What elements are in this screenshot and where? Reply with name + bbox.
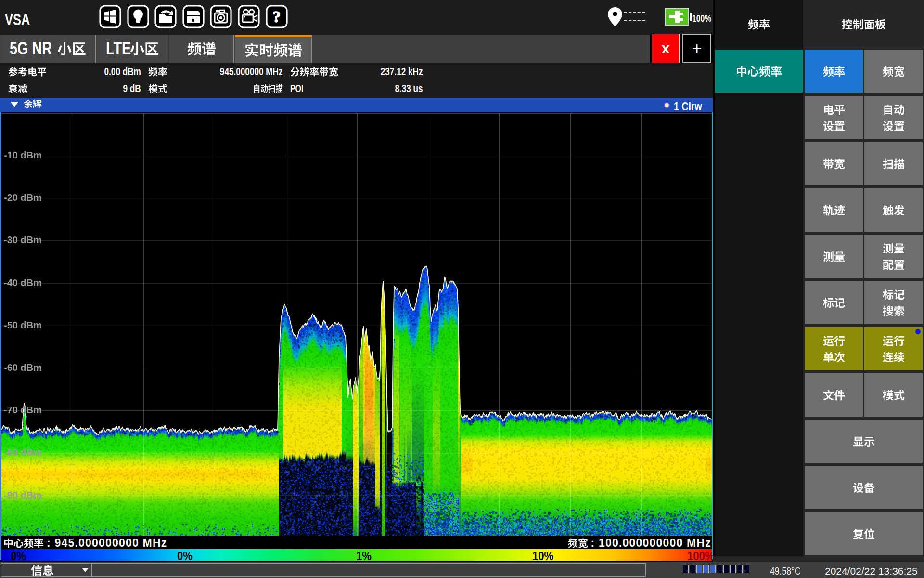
svg-text:?: ? — [272, 8, 281, 26]
